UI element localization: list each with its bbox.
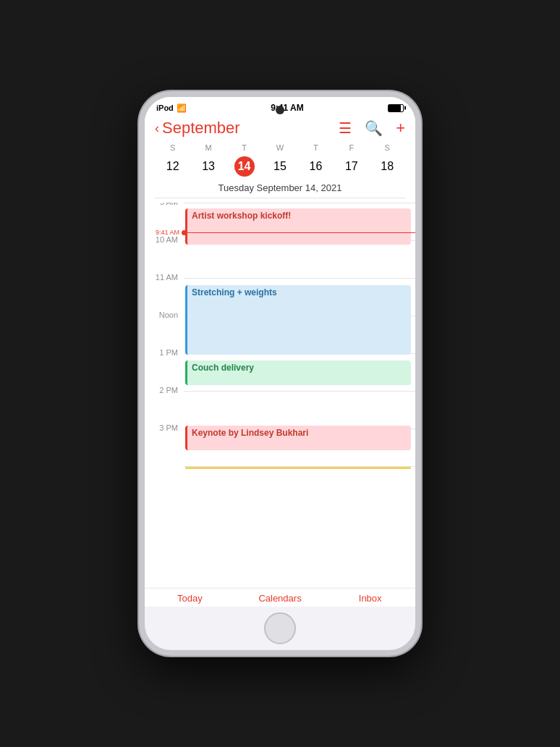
- tab-today-label: Today: [177, 593, 203, 604]
- tab-inbox[interactable]: Inbox: [325, 593, 415, 604]
- header-actions: ☰ 🔍 +: [339, 119, 405, 138]
- tab-calendars[interactable]: Calendars: [235, 593, 326, 604]
- event-title-artist-workshop: Artist workshop kickoff!: [192, 211, 291, 221]
- status-time: 9:41 AM: [271, 103, 304, 113]
- header-top: ‹ September ☰ 🔍 +: [155, 119, 405, 138]
- event-artist-workshop[interactable]: Artist workshop kickoff!: [185, 208, 411, 245]
- slot-line-extra: [184, 466, 415, 504]
- tab-calendars-label: Calendars: [258, 593, 301, 604]
- day-label-sun: S: [155, 143, 190, 152]
- time-slot-10am: 10 AM: [145, 240, 415, 278]
- event-title-keynote: Keynote by Lindsey Bukhari: [192, 428, 308, 438]
- tab-today[interactable]: Today: [145, 593, 235, 604]
- day-label-thu: T: [298, 143, 334, 152]
- tab-inbox-label: Inbox: [359, 593, 382, 604]
- carrier-label: iPod: [156, 104, 174, 112]
- event-title-couch-delivery: Couch delivery: [192, 363, 254, 373]
- date-13[interactable]: 13: [190, 155, 226, 178]
- home-button[interactable]: [264, 612, 296, 644]
- selected-date-label: Tuesday September 14, 2021: [155, 182, 405, 198]
- time-label-1pm: 1 PM: [145, 349, 184, 357]
- search-icon[interactable]: 🔍: [365, 119, 383, 137]
- status-left: iPod 📶: [156, 104, 187, 113]
- date-15[interactable]: 15: [262, 155, 297, 178]
- month-title[interactable]: September: [162, 119, 240, 138]
- time-label-noon: Noon: [145, 311, 184, 319]
- event-stretching[interactable]: Stretching + weights: [185, 285, 411, 355]
- status-right: [388, 104, 404, 112]
- wifi-icon: 📶: [177, 104, 187, 113]
- date-14-today[interactable]: 14: [226, 155, 262, 178]
- time-slot-extra: [145, 466, 415, 504]
- day-label-wed: W: [262, 143, 297, 152]
- calendar-header: ‹ September ☰ 🔍 + S M T W T F S: [145, 116, 415, 203]
- slot-line-10am: [184, 240, 415, 278]
- event-couch-delivery[interactable]: Couch delivery: [185, 360, 411, 385]
- date-18[interactable]: 18: [370, 155, 405, 178]
- time-label-2pm: 2 PM: [145, 387, 184, 394]
- event-keynote[interactable]: Keynote by Lindsey Bukhari: [185, 426, 411, 450]
- time-slot-2pm: 2 PM: [145, 391, 415, 429]
- slot-line-2pm: [184, 391, 415, 429]
- time-label-3pm: 3 PM: [145, 424, 184, 432]
- battery-icon: [388, 104, 404, 112]
- month-nav[interactable]: ‹ September: [155, 119, 240, 138]
- list-view-icon[interactable]: ☰: [339, 119, 352, 137]
- time-label-9am: 9 AM: [145, 203, 184, 206]
- add-event-icon[interactable]: +: [396, 119, 405, 138]
- date-17[interactable]: 17: [334, 155, 369, 178]
- time-label-11am: 11 AM: [145, 274, 184, 282]
- date-12[interactable]: 12: [155, 155, 190, 178]
- time-label-10am: 10 AM: [145, 236, 184, 244]
- week-dates: 12 13 14 15 16 17 18: [155, 155, 405, 178]
- time-grid[interactable]: 9 AM 10 AM 11 AM Noon 1 PM: [145, 203, 415, 588]
- battery-fill: [389, 105, 401, 111]
- day-label-sat: S: [370, 143, 405, 152]
- day-label-tue: T: [226, 143, 262, 152]
- screen: iPod 📶 9:41 AM ‹ September ☰ 🔍 +: [145, 97, 415, 607]
- day-label-fri: F: [334, 143, 369, 152]
- week-day-labels: S M T W T F S: [155, 143, 405, 152]
- status-bar: iPod 📶 9:41 AM: [145, 97, 415, 116]
- day-label-mon: M: [190, 143, 226, 152]
- date-16[interactable]: 16: [298, 155, 334, 178]
- phone-shell: iPod 📶 9:41 AM ‹ September ☰ 🔍 +: [139, 91, 421, 656]
- back-arrow-icon[interactable]: ‹: [155, 121, 159, 136]
- tab-bar: Today Calendars Inbox: [145, 588, 415, 607]
- event-title-stretching: Stretching + weights: [192, 287, 277, 297]
